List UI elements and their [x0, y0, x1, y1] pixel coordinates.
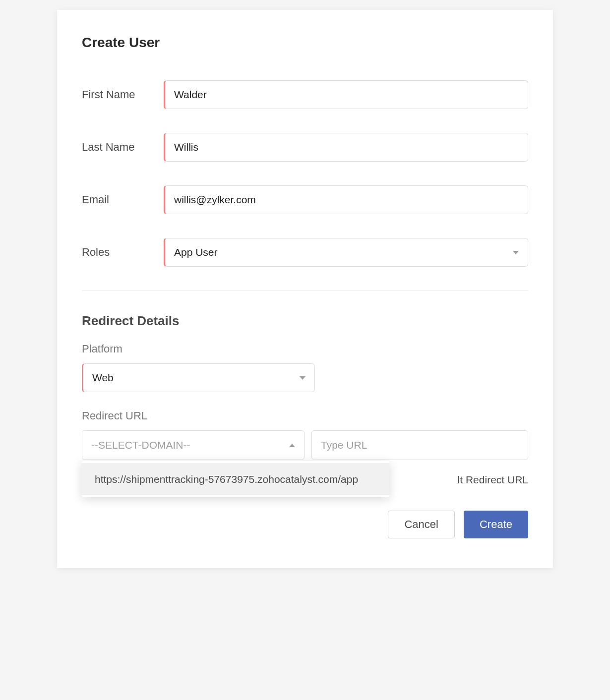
- domain-select-placeholder: --SELECT-DOMAIN--: [91, 439, 190, 451]
- redirect-url-label: Redirect URL: [82, 409, 528, 422]
- redirect-url-input[interactable]: [311, 430, 528, 460]
- last-name-input[interactable]: [164, 133, 528, 162]
- domain-option[interactable]: https://shipmenttracking-57673975.zohoca…: [82, 463, 389, 495]
- email-input[interactable]: [164, 185, 528, 214]
- last-name-label: Last Name: [82, 141, 164, 154]
- create-user-card: Create User First Name Last Name Email R…: [57, 10, 553, 568]
- button-row: Cancel Create: [82, 511, 528, 538]
- first-name-input[interactable]: [164, 80, 528, 109]
- last-name-row: Last Name: [82, 133, 528, 162]
- create-button[interactable]: Create: [464, 511, 528, 538]
- email-label: Email: [82, 193, 164, 206]
- first-name-label: First Name: [82, 88, 164, 101]
- platform-label: Platform: [82, 343, 528, 355]
- roles-select-value: App User: [174, 246, 218, 258]
- cancel-button[interactable]: Cancel: [388, 511, 454, 538]
- roles-label: Roles: [82, 246, 164, 259]
- redirect-url-row: --SELECT-DOMAIN-- https://shipmenttracki…: [82, 430, 528, 460]
- platform-select-value: Web: [92, 372, 114, 384]
- redirect-section-title: Redirect Details: [82, 313, 528, 329]
- chevron-up-icon: [289, 444, 295, 447]
- page-title: Create User: [82, 35, 528, 51]
- divider: [82, 291, 528, 291]
- chevron-down-icon: [300, 376, 305, 380]
- roles-row: Roles App User: [82, 238, 528, 267]
- domain-dropdown-panel: https://shipmenttracking-57673975.zohoca…: [82, 461, 389, 497]
- chevron-down-icon: [513, 251, 519, 254]
- roles-select[interactable]: App User: [164, 238, 528, 267]
- domain-select[interactable]: --SELECT-DOMAIN--: [82, 430, 305, 460]
- email-row: Email: [82, 185, 528, 214]
- platform-select[interactable]: Web: [82, 363, 315, 392]
- first-name-row: First Name: [82, 80, 528, 109]
